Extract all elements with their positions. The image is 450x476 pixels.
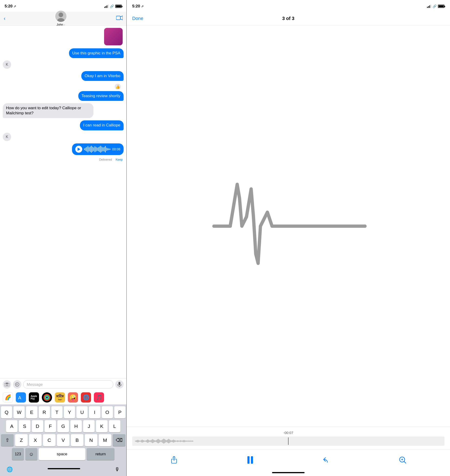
key-m[interactable]: M bbox=[99, 434, 111, 446]
video-call-button[interactable] bbox=[116, 16, 123, 22]
app-icon-applepay[interactable]: ApplePay bbox=[29, 392, 39, 403]
svg-point-6 bbox=[6, 384, 8, 386]
status-icons-left: 🔗 bbox=[104, 4, 122, 8]
message-bubble-sent[interactable]: Teasing review shortly bbox=[78, 91, 124, 101]
mic-icon-bottom[interactable]: 🎙 bbox=[115, 466, 120, 472]
battery-icon-right bbox=[438, 5, 444, 8]
message-row: K bbox=[3, 133, 124, 141]
svg-text:A: A bbox=[16, 383, 18, 386]
app-icon-globesearch[interactable]: 🌐 bbox=[81, 392, 91, 403]
keep-button[interactable]: Keep bbox=[116, 158, 123, 161]
key-123[interactable]: 123 bbox=[12, 448, 24, 460]
key-r[interactable]: R bbox=[39, 406, 50, 418]
key-o[interactable]: O bbox=[102, 406, 113, 418]
key-k[interactable]: K bbox=[96, 420, 107, 432]
key-e[interactable]: E bbox=[26, 406, 37, 418]
svg-rect-7 bbox=[6, 383, 8, 383]
key-h[interactable]: H bbox=[70, 420, 82, 432]
message-row: I can read in Calliope bbox=[3, 120, 124, 130]
time-remaining-label: -00:07 bbox=[132, 431, 444, 435]
delivery-status-row: Delivered Keep bbox=[3, 158, 124, 161]
messages-area: Use this graphic in the PSA K Okay I am … bbox=[0, 26, 126, 378]
timeline-area: -00:07 bbox=[127, 427, 450, 450]
key-w[interactable]: W bbox=[13, 406, 25, 418]
key-d[interactable]: D bbox=[32, 420, 43, 432]
tapback-row: 👍 bbox=[3, 83, 121, 90]
key-emoji[interactable]: ☺ bbox=[25, 448, 37, 460]
svg-point-1 bbox=[59, 12, 63, 17]
key-l[interactable]: L bbox=[109, 420, 120, 432]
svg-text:A: A bbox=[18, 395, 21, 400]
key-c[interactable]: C bbox=[43, 434, 55, 446]
key-x[interactable]: X bbox=[29, 434, 41, 446]
scrubber-track[interactable] bbox=[132, 436, 444, 446]
apps-button[interactable]: A bbox=[13, 380, 21, 389]
back-button[interactable]: ‹ bbox=[4, 16, 5, 22]
time-right: 5:20 bbox=[132, 4, 140, 9]
key-a[interactable]: A bbox=[6, 420, 18, 432]
app-icon-appstore[interactable]: A bbox=[16, 392, 26, 403]
message-bubble-sent[interactable]: Use this graphic in the PSA bbox=[69, 48, 124, 58]
message-bubble-sent[interactable]: Okay I am in Viterbo bbox=[81, 71, 124, 81]
contact-info[interactable]: John › bbox=[55, 11, 66, 26]
key-n[interactable]: N bbox=[85, 434, 97, 446]
status-bar-right: 5:20 ⇗ 🔗 bbox=[127, 0, 450, 12]
audio-duration: 00:08 bbox=[112, 147, 120, 151]
done-button[interactable]: Done bbox=[132, 16, 143, 21]
key-s[interactable]: S bbox=[19, 420, 30, 432]
link-icon-left: 🔗 bbox=[110, 4, 114, 8]
key-y[interactable]: Y bbox=[64, 406, 75, 418]
app-icon-activity[interactable] bbox=[42, 392, 52, 403]
zoom-button[interactable] bbox=[397, 454, 408, 465]
mic-button[interactable] bbox=[115, 380, 124, 389]
message-bubble-sent[interactable]: I can read in Calliope bbox=[80, 120, 124, 130]
app-icon-memoji1[interactable]: 🤠 bbox=[55, 392, 65, 403]
tapback-thumbs-up[interactable]: 👍 bbox=[114, 83, 121, 90]
key-i[interactable]: I bbox=[89, 406, 100, 418]
audio-message-row: 00:08 bbox=[3, 143, 124, 155]
key-delete[interactable]: ⌫ bbox=[113, 434, 125, 446]
signal-bars-right bbox=[427, 5, 431, 8]
svg-rect-3 bbox=[116, 16, 120, 20]
audio-bubble[interactable]: 00:08 bbox=[72, 143, 124, 155]
page-indicator: 3 of 3 bbox=[282, 16, 294, 21]
battery-icon-left bbox=[115, 5, 122, 8]
bottom-bar-left: 🌐 🎙 bbox=[0, 462, 126, 476]
app-icon-music[interactable]: 🎵 bbox=[94, 392, 104, 403]
share-button[interactable] bbox=[168, 454, 180, 465]
pause-button[interactable] bbox=[245, 454, 256, 465]
key-z[interactable]: Z bbox=[15, 434, 28, 446]
message-row: Use this graphic in the PSA bbox=[3, 48, 124, 58]
key-t[interactable]: T bbox=[51, 406, 63, 418]
play-button[interactable] bbox=[75, 146, 82, 153]
link-icon-right: 🔗 bbox=[432, 4, 437, 8]
signal-bars-left bbox=[104, 5, 108, 8]
svg-point-15 bbox=[46, 396, 48, 399]
message-input[interactable]: Message bbox=[23, 380, 113, 389]
reply-button[interactable] bbox=[321, 454, 332, 465]
home-indicator-left bbox=[48, 468, 80, 469]
key-u[interactable]: U bbox=[77, 406, 88, 418]
key-b[interactable]: B bbox=[71, 434, 83, 446]
playback-controls bbox=[127, 450, 450, 470]
key-f[interactable]: F bbox=[45, 420, 56, 432]
svg-rect-10 bbox=[118, 382, 120, 385]
message-row: K bbox=[3, 60, 124, 69]
key-return[interactable]: return bbox=[87, 448, 114, 460]
key-j[interactable]: J bbox=[83, 420, 95, 432]
key-v[interactable]: V bbox=[57, 434, 70, 446]
right-panel: 5:20 ⇗ 🔗 Done 3 of 3 bbox=[127, 0, 450, 476]
location-icon-left: ⇗ bbox=[13, 4, 16, 8]
key-g[interactable]: G bbox=[57, 420, 69, 432]
key-space[interactable]: space bbox=[39, 448, 85, 460]
camera-button[interactable] bbox=[3, 380, 11, 389]
key-p[interactable]: P bbox=[114, 406, 125, 418]
message-bubble-received: How do you want to edit today? Calliope … bbox=[3, 103, 93, 118]
message-row: Okay I am in Viterbo bbox=[3, 71, 124, 81]
app-icon-photos[interactable]: 🌈 bbox=[3, 392, 13, 403]
key-q[interactable]: Q bbox=[1, 406, 12, 418]
keyboard-row-2: A S D F G H J K L bbox=[1, 420, 125, 432]
key-shift[interactable]: ⇧ bbox=[1, 434, 14, 446]
app-icon-memoji2[interactable]: 🤪 bbox=[68, 392, 78, 403]
globe-icon[interactable]: 🌐 bbox=[6, 466, 13, 472]
